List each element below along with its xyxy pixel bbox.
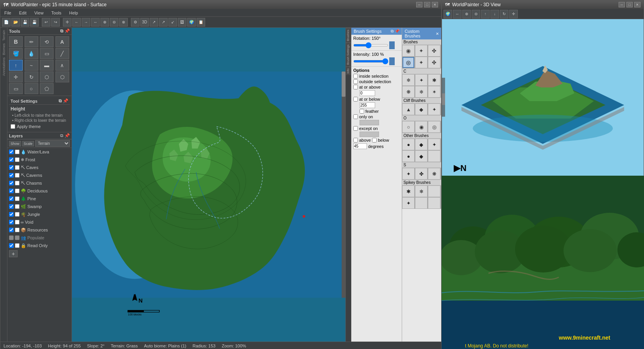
- layer-pine-check2[interactable]: [15, 196, 20, 201]
- layer-resources-check2[interactable]: [15, 228, 20, 232]
- layer-swamp-check1[interactable]: [9, 204, 14, 209]
- c-cell-5[interactable]: ❄: [415, 86, 427, 97]
- at-or-above-check[interactable]: [353, 85, 358, 89]
- intensity-slider[interactable]: [353, 60, 388, 62]
- tool-rect[interactable]: ▭: [40, 48, 54, 59]
- biomes-tab[interactable]: Biomes: [1, 43, 7, 56]
- tool-polygon[interactable]: ○: [25, 83, 38, 94]
- view3d-btn-7[interactable]: ↻: [500, 10, 508, 18]
- tool-height[interactable]: ↑: [9, 60, 23, 71]
- tool-select[interactable]: ⬡: [40, 71, 54, 82]
- layer-caverns-check2[interactable]: [15, 173, 20, 178]
- view3d-btn-2[interactable]: ↔: [453, 10, 462, 18]
- except-on-check[interactable]: [353, 126, 358, 131]
- layers-tab-scale[interactable]: Scale: [22, 141, 34, 146]
- tool-level[interactable]: ▬: [40, 60, 54, 71]
- layer-frost-check2[interactable]: [15, 157, 20, 162]
- brush-settings-pin[interactable]: 📌: [395, 29, 399, 34]
- except-on-color[interactable]: [360, 132, 379, 137]
- tool-settings-pin[interactable]: 📌: [63, 98, 68, 103]
- toolbar-t4[interactable]: ↔: [91, 18, 100, 27]
- feather-check[interactable]: [360, 109, 364, 114]
- apply-theme-checkbox[interactable]: [11, 124, 15, 129]
- tool-fire[interactable]: 💧: [25, 48, 38, 59]
- layer-swamp-check2[interactable]: [15, 204, 20, 209]
- above-check[interactable]: [353, 138, 358, 142]
- view3d-btn-4[interactable]: ⊖: [472, 10, 480, 18]
- other-cell-2[interactable]: ◆: [415, 139, 427, 150]
- tool-brush[interactable]: B: [9, 36, 23, 47]
- toolbar-open[interactable]: 📂: [11, 18, 20, 27]
- tool-paint[interactable]: 🪣: [9, 48, 23, 59]
- c-cell-2[interactable]: ✦: [415, 75, 427, 85]
- toolbar-save2[interactable]: 💾: [30, 18, 39, 27]
- toolbar-img[interactable]: 🖼: [178, 18, 186, 27]
- layer-chasms-check1[interactable]: [9, 181, 14, 185]
- layer-caverns-check1[interactable]: [9, 173, 14, 178]
- layer-jungle-check1[interactable]: [9, 212, 14, 217]
- toolbar-3d[interactable]: 3D: [140, 18, 149, 27]
- menu-view[interactable]: View: [32, 10, 46, 16]
- layer-readonly-check2[interactable]: [15, 243, 20, 248]
- layer-pine-check1[interactable]: [9, 196, 14, 201]
- brush-cell-5[interactable]: ✦: [415, 57, 427, 68]
- layer-void-check1[interactable]: [9, 220, 14, 224]
- toolbar-t2[interactable]: ←: [72, 18, 81, 27]
- menu-help[interactable]: Help: [67, 10, 80, 16]
- layer-caves-check1[interactable]: [9, 165, 14, 170]
- at-or-below-value[interactable]: [360, 102, 375, 108]
- toolbar-settings[interactable]: ⚙: [131, 18, 140, 27]
- view3d-btn-1[interactable]: 🌍: [444, 10, 452, 18]
- outside-selection-check[interactable]: [353, 79, 358, 84]
- only-on-color[interactable]: [360, 120, 379, 125]
- other-cell-5[interactable]: ◆: [415, 151, 427, 162]
- toolbar-undo[interactable]: ↩: [42, 18, 50, 27]
- at-or-above-value[interactable]: [360, 90, 375, 96]
- toolbar-t7[interactable]: ⊗: [119, 18, 128, 27]
- o-cell-1[interactable]: ○: [402, 121, 414, 132]
- spikey-cell-1[interactable]: ✱: [402, 186, 414, 197]
- view3d-minimize[interactable]: ─: [619, 2, 625, 7]
- cliff-cell-3[interactable]: ✦: [428, 104, 440, 115]
- rotation-slider[interactable]: [353, 44, 388, 46]
- c-cell-1[interactable]: ❄: [402, 75, 414, 85]
- close-button[interactable]: ✕: [432, 2, 438, 7]
- tool-extra[interactable]: ⬠: [40, 83, 54, 94]
- inside-selection-check[interactable]: [353, 74, 358, 78]
- view3d-close[interactable]: ✕: [634, 2, 640, 7]
- tool-text[interactable]: A: [55, 36, 69, 47]
- terrain-select[interactable]: Terrain: [35, 140, 70, 147]
- toolbar-import[interactable]: ↙: [168, 18, 177, 27]
- layer-water-check2[interactable]: [15, 150, 20, 154]
- at-or-below-check[interactable]: [353, 97, 358, 101]
- layer-deciduous-check2[interactable]: [15, 189, 20, 193]
- toolbar-t5[interactable]: ⊕: [100, 18, 109, 27]
- custom-brushes-close[interactable]: ✕: [436, 32, 439, 36]
- layers-popout[interactable]: ⧉: [60, 133, 63, 138]
- tool-ellipse[interactable]: ▭: [9, 83, 23, 94]
- toolbar-redo[interactable]: ↪: [51, 18, 60, 27]
- tool-move[interactable]: ✛: [9, 71, 23, 82]
- s-cell-3[interactable]: ❋: [428, 168, 440, 179]
- layer-void-check2[interactable]: [15, 220, 20, 224]
- layer-frost-check1[interactable]: [9, 157, 14, 162]
- view3d-btn-3[interactable]: ⊕: [462, 10, 471, 18]
- brush-settings-tab[interactable]: Brush Settings: [346, 43, 351, 66]
- layer-readonly-check1[interactable]: [9, 243, 14, 248]
- brush-settings-popout[interactable]: ⧉: [391, 29, 394, 34]
- minimize-button[interactable]: ─: [416, 2, 422, 7]
- other-cell-1[interactable]: ●: [402, 139, 414, 150]
- o-cell-2[interactable]: ◉: [415, 121, 427, 132]
- add-layer-button[interactable]: +: [9, 250, 18, 257]
- layer-jungle-check2[interactable]: [15, 212, 20, 217]
- brush-cell-2[interactable]: ✦: [415, 45, 427, 56]
- toolbar-props[interactable]: 📋: [197, 18, 205, 27]
- tool-line[interactable]: ╱: [55, 48, 69, 59]
- c-cell-4[interactable]: ❋: [402, 86, 414, 97]
- toolbar-t3[interactable]: →: [82, 18, 90, 27]
- spikey-cell-2[interactable]: ❄: [415, 186, 427, 197]
- other-cell-4[interactable]: ●: [402, 151, 414, 162]
- cliff-cell-2[interactable]: ◆: [415, 104, 427, 115]
- brush-cell-3[interactable]: ✤: [428, 45, 440, 56]
- below-check[interactable]: [372, 138, 377, 142]
